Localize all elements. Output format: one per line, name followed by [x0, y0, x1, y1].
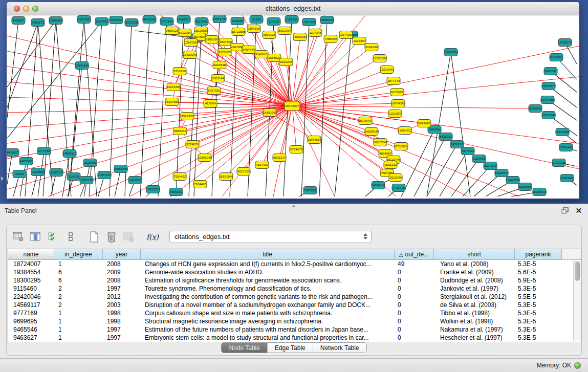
cell-pagerank[interactable]: 5.6E-5 — [515, 268, 562, 276]
graph-node[interactable]: 16210643 — [532, 188, 547, 196]
function-builder-icon[interactable]: f(x) — [146, 230, 159, 244]
graph-node[interactable]: 10543392 — [184, 39, 198, 47]
graph-node[interactable]: 1197348 — [309, 29, 322, 37]
graph-node[interactable]: 9512355 — [237, 168, 250, 176]
graph-node[interactable]: 1527602 — [560, 174, 574, 182]
cell-short[interactable]: Tibbo et al. (1998) — [434, 309, 515, 317]
graph-node[interactable]: 20053346 — [114, 165, 128, 173]
cell-short[interactable]: Jankovic et al. (1997) — [434, 285, 515, 293]
graph-node[interactable]: 8215955 — [529, 105, 542, 113]
graph-node[interactable]: 18107550 — [165, 98, 179, 106]
cell-title[interactable]: Genome-wide association studies in ADHD. — [141, 268, 395, 276]
graph-node[interactable]: 9146821 — [255, 51, 268, 58]
cell-out_degree[interactable]: 0 — [395, 276, 434, 285]
memory-status-indicator[interactable] — [574, 362, 581, 369]
cell-name[interactable]: 9699695 — [8, 317, 54, 325]
graph-node[interactable]: 8912954 — [178, 29, 191, 37]
graph-node[interactable]: 8186328 — [205, 36, 219, 43]
table-settings-icon[interactable] — [12, 230, 25, 244]
graph-node[interactable]: 8427552 — [207, 87, 221, 95]
table-row[interactable]: 969969511998Structural magnetic resonanc… — [8, 317, 581, 325]
select-columns-icon[interactable] — [47, 230, 60, 244]
graph-node[interactable]: 10653287 — [146, 186, 160, 193]
cell-title[interactable]: Corpus callosum shape and size in male p… — [141, 309, 395, 317]
delete-icon[interactable] — [105, 230, 118, 244]
cell-short[interactable]: Franke et al. (2009) — [434, 268, 515, 276]
graph-node[interactable]: 8215955 — [518, 183, 532, 191]
graph-node[interactable]: 9129966 — [550, 54, 563, 61]
split-pane-collapse-handle[interactable] — [292, 205, 296, 207]
cell-pagerank[interactable]: 5.3E-5 — [515, 285, 562, 293]
cell-year[interactable]: 1997 — [103, 285, 141, 293]
cell-pagerank[interactable]: 5.3E-5 — [515, 260, 562, 268]
graph-node[interactable]: 16596160 — [320, 16, 334, 24]
graph-node[interactable]: 1221397 — [388, 110, 402, 118]
cell-short[interactable]: de Silva et al. (2003) — [434, 301, 515, 309]
graph-node[interactable]: 114519 — [267, 18, 280, 26]
tab-edge-table[interactable]: Edge Table — [268, 343, 313, 353]
graph-node[interactable]: 7485083 — [324, 35, 337, 43]
graph-node[interactable]: 9129966 — [472, 155, 486, 163]
cell-title[interactable]: Disruption of a novel member of a sodium… — [141, 301, 395, 309]
citation-network-graph[interactable]: 9463627240557227691406106532871527602646… — [7, 15, 579, 196]
float-panel-icon[interactable] — [561, 207, 569, 214]
graph-node[interactable]: 12444158 — [506, 177, 520, 184]
cell-out_degree[interactable]: 0 — [395, 325, 434, 334]
vertical-scrollbar[interactable] — [573, 260, 581, 341]
cell-year[interactable]: 2008 — [103, 276, 141, 285]
graph-node[interactable]: 27691406 — [49, 17, 63, 25]
graph-node[interactable]: 33199 — [250, 16, 263, 24]
graph-node[interactable]: 2405572 — [31, 19, 45, 27]
graph-node[interactable]: 2803144 — [211, 75, 225, 82]
graph-node[interactable]: 12444158 — [540, 96, 555, 104]
graph-node[interactable]: 1733426 — [392, 184, 405, 192]
cell-in_degree[interactable]: 2 — [54, 293, 103, 301]
graph-node[interactable]: 14569117 — [177, 16, 191, 24]
graph-node[interactable]: 2967608 — [230, 43, 244, 51]
graph-node[interactable]: 16210643 — [541, 112, 556, 119]
graph-node[interactable]: 10974393 — [339, 31, 353, 39]
graph-node[interactable]: 12342737 — [49, 169, 63, 177]
graph-node[interactable]: 17957225 — [302, 18, 316, 26]
cell-out_degree[interactable]: 0 — [395, 293, 434, 301]
graph-node[interactable]: 19384554 — [307, 136, 321, 144]
graph-node[interactable]: 9175685 — [390, 89, 404, 96]
cell-pagerank[interactable]: 5.3E-5 — [515, 325, 562, 334]
graph-node[interactable]: 16648784 — [444, 49, 458, 56]
graph-node[interactable]: 1615132 — [384, 161, 397, 169]
graph-node[interactable]: 7524402 — [173, 173, 186, 181]
cell-short[interactable]: Hescheler et al. (1997) — [434, 334, 515, 342]
graph-node[interactable]: 9194199 — [365, 43, 378, 51]
cell-year[interactable]: 1997 — [103, 334, 141, 342]
graph-node[interactable]: 22420046 — [183, 51, 197, 59]
graph-node[interactable]: 9242848 — [213, 61, 226, 69]
cell-pagerank[interactable]: 5.3E-5 — [515, 309, 562, 317]
graph-node[interactable]: 1115688 — [31, 168, 45, 176]
cell-year[interactable]: 2008 — [103, 260, 141, 268]
graph-node[interactable]: 13654923 — [398, 127, 412, 135]
graph-node[interactable]: 10391948 — [198, 154, 212, 162]
cell-year[interactable]: 1998 — [103, 317, 141, 325]
cell-out_degree[interactable]: 0 — [395, 309, 434, 317]
graph-node[interactable]: 9774676 — [290, 146, 303, 154]
cell-name[interactable]: 9777169 — [8, 309, 54, 317]
table-row[interactable]: 946362711997Embryonic stem cells: a mode… — [8, 334, 581, 342]
table-row[interactable]: 1872400712008Changes of HCN gene express… — [8, 260, 581, 268]
graph-node[interactable]: 9463627 — [7, 149, 19, 157]
table-row[interactable]: 1938455462009Genome-wide association stu… — [8, 268, 581, 276]
graph-node[interactable]: 10653287 — [77, 16, 91, 24]
graph-node[interactable]: 2522540 — [389, 174, 402, 182]
column-header-name[interactable]: name — [8, 249, 54, 259]
column-header-pagerank[interactable]: pagerank — [515, 249, 562, 259]
graph-node[interactable]: 9860123 — [263, 31, 276, 39]
column-header-year[interactable]: year — [103, 249, 141, 259]
cell-year[interactable]: 2009 — [103, 268, 141, 276]
table-row[interactable]: 1830029562008Estimation of significance … — [8, 276, 581, 285]
cell-name[interactable]: 14569117 — [8, 301, 54, 309]
cell-out_degree[interactable]: 0 — [395, 285, 434, 293]
graph-node[interactable]: 15751074 — [558, 39, 572, 47]
graph-node[interactable]: 9227341 — [544, 68, 557, 75]
column-header-out_de[interactable]: △out_de... — [395, 249, 434, 259]
graph-node[interactable]: 2718120 — [173, 68, 186, 75]
new-file-icon[interactable] — [88, 230, 101, 244]
